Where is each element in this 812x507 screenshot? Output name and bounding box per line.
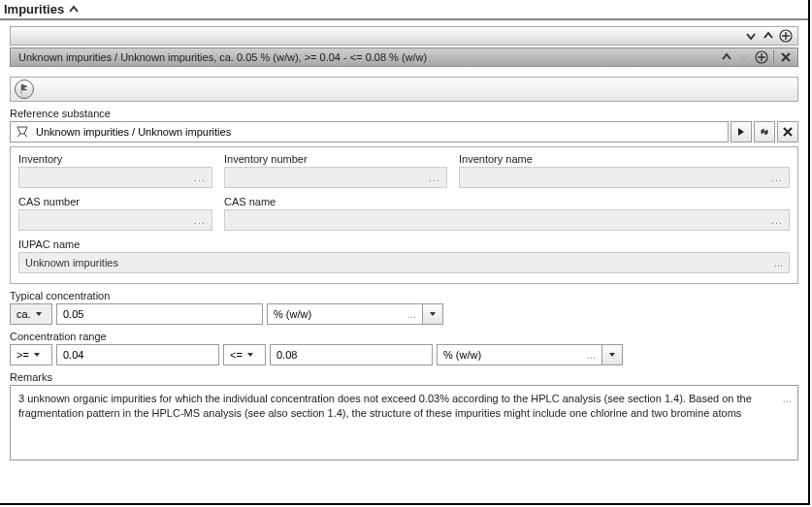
item-summary-bar[interactable]: Unknown impurities / Unknown impurities,…: [10, 48, 798, 67]
inventory-name-field: ...: [459, 167, 790, 188]
typical-qualifier-value: ca.: [16, 308, 31, 320]
remarks-label: Remarks: [10, 371, 798, 383]
typical-concentration-label: Typical concentration: [10, 290, 798, 301]
add-icon[interactable]: [778, 28, 794, 44]
section-header[interactable]: Impurities: [0, 0, 808, 20]
move-down-icon: [736, 49, 752, 65]
range-unit-field[interactable]: % (w/w) ...: [437, 344, 601, 365]
inventory-field: ...: [18, 167, 212, 188]
move-up-icon[interactable]: [719, 49, 734, 65]
inventory-label: Inventory: [18, 153, 212, 165]
range-unit-dropdown[interactable]: [601, 344, 623, 365]
list-toolbar: [10, 26, 798, 46]
expand-icon[interactable]: ...: [783, 392, 792, 406]
reference-substance-label: Reference substance: [10, 108, 798, 119]
delete-item-icon[interactable]: [778, 49, 794, 65]
confidentiality-bar[interactable]: [10, 77, 798, 102]
substance-icon: [15, 124, 30, 140]
cas-number-label: CAS number: [18, 196, 212, 207]
typical-qualifier-combo[interactable]: ca.: [10, 303, 52, 325]
link-button[interactable]: [754, 121, 775, 143]
goto-button[interactable]: [731, 121, 752, 143]
remarks-input[interactable]: ... 3 unknown organic impurities for whi…: [10, 385, 798, 460]
section-title: Impurities: [4, 2, 64, 16]
range-low-value-input[interactable]: 0.04: [56, 344, 219, 365]
inventory-name-label: Inventory name: [459, 153, 790, 165]
chevron-up-icon[interactable]: [761, 28, 776, 44]
range-high-value-input[interactable]: 0.08: [270, 344, 433, 365]
concentration-range-label: Concentration range: [10, 331, 798, 342]
inventory-number-label: Inventory number: [224, 153, 447, 165]
cas-name-field: ...: [224, 209, 790, 231]
item-summary-text: Unknown impurities / Unknown impurities,…: [15, 51, 427, 63]
remarks-text: 3 unknown organic impurities for which t…: [18, 393, 752, 419]
chevron-down-icon: [246, 349, 254, 361]
inventory-panel: Inventory ... Inventory number ... Inven…: [10, 146, 798, 284]
iupac-label: IUPAC name: [18, 238, 790, 250]
clear-button[interactable]: [777, 121, 798, 143]
typical-unit-dropdown[interactable]: [422, 303, 443, 325]
flag-icon[interactable]: [15, 79, 34, 99]
collapse-caret-icon: [68, 4, 80, 16]
range-low-op-combo[interactable]: >=: [10, 344, 52, 365]
iupac-field: Unknown impurities ...: [18, 252, 790, 273]
reference-substance-input[interactable]: Unknown impurities / Unknown impurities: [10, 121, 729, 143]
chevron-down-icon: [35, 308, 43, 320]
chevron-down-icon[interactable]: [743, 28, 759, 44]
cas-name-label: CAS name: [224, 196, 790, 207]
typical-unit-field[interactable]: % (w/w) ...: [267, 303, 422, 325]
range-high-op-combo[interactable]: <=: [223, 344, 266, 365]
add-sibling-icon[interactable]: [754, 49, 769, 65]
chevron-down-icon: [33, 349, 41, 361]
iupac-value: Unknown impurities: [25, 257, 118, 269]
inventory-number-field: ...: [224, 167, 447, 188]
reference-substance-value: Unknown impurities / Unknown impurities: [36, 126, 231, 138]
cas-number-field: ...: [18, 209, 212, 231]
typical-value-input[interactable]: 0.05: [56, 303, 263, 325]
separator: [773, 50, 774, 64]
